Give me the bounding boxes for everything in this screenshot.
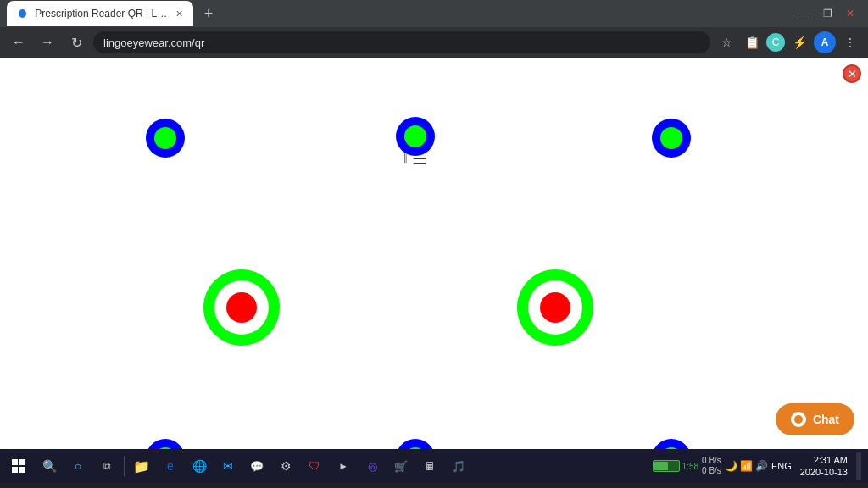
taskbar-edge[interactable]: e bbox=[157, 452, 184, 480]
taskbar-media[interactable]: 🎵 bbox=[445, 452, 472, 480]
qr-marker-center bbox=[660, 447, 682, 449]
taskbar-date: 2020-10-13 bbox=[800, 466, 848, 478]
show-desktop-button[interactable] bbox=[856, 452, 861, 480]
battery-time: 1:58 bbox=[682, 462, 698, 471]
close-button[interactable]: ✕ bbox=[846, 8, 854, 19]
battery-fill bbox=[654, 462, 669, 470]
taskbar-cortana[interactable]: ○ bbox=[64, 452, 92, 480]
qr-marker-bot-left bbox=[146, 439, 185, 449]
taskbar-settings[interactable]: ⚙ bbox=[272, 452, 299, 480]
chat-button[interactable]: Chat bbox=[776, 403, 854, 435]
qr-marker-center bbox=[154, 447, 176, 449]
battery-icon bbox=[653, 460, 680, 472]
qr-marker-top-left bbox=[146, 119, 185, 158]
taskbar-discord[interactable]: ◎ bbox=[359, 452, 386, 480]
qr-marker-center bbox=[660, 127, 682, 149]
bookmark-icon[interactable]: ☆ bbox=[715, 31, 737, 53]
qr-marker-center bbox=[404, 447, 426, 449]
qr-marker-top-right bbox=[652, 119, 691, 158]
minimize-button[interactable]: — bbox=[799, 8, 810, 19]
network-indicator: 0 B/s 0 B/s bbox=[702, 456, 721, 476]
taskbar-search[interactable]: 🔍 bbox=[36, 452, 63, 480]
back-button[interactable]: ← bbox=[7, 30, 31, 54]
qr-target-white-ring bbox=[214, 280, 269, 335]
volume-icon[interactable]: 🔊 bbox=[755, 460, 768, 472]
window-controls: — ❐ ✕ bbox=[799, 8, 861, 19]
collections-icon[interactable]: C bbox=[766, 33, 785, 52]
title-bar: Prescription Reader QR | Liingo ✕ + — ❐ … bbox=[0, 0, 868, 27]
taskbar-separator bbox=[124, 456, 125, 476]
page-content: ✕ ⦀ ☰ Chat bbox=[0, 58, 868, 449]
profile-avatar: A bbox=[814, 31, 836, 53]
tab-favicon bbox=[17, 8, 28, 19]
reload-button[interactable]: ↻ bbox=[64, 30, 88, 54]
taskbar-store[interactable]: 🛒 bbox=[387, 452, 415, 480]
qr-marker-bot-center bbox=[396, 439, 435, 449]
forward-button[interactable]: → bbox=[36, 30, 59, 54]
taskbar-right: 1:58 0 B/s 0 B/s 🌙 📶 🔊 ENG 2:31 AM 2020-… bbox=[653, 452, 865, 480]
address-bar-row: ← → ↻ ☆ 📋 C ⚡ A ⋮ bbox=[0, 27, 868, 58]
network-down: 0 B/s bbox=[702, 466, 721, 476]
qr-target-red-center bbox=[540, 292, 570, 323]
profile-button[interactable]: A bbox=[814, 31, 836, 53]
address-input[interactable] bbox=[93, 31, 710, 53]
qr-marker-top-center bbox=[396, 117, 435, 156]
extensions-icon[interactable]: ⚡ bbox=[788, 31, 810, 53]
qr-marker-bot-right bbox=[652, 439, 691, 449]
tab-title: Prescription Reader QR | Liingo bbox=[35, 8, 169, 19]
taskbar-time: 2:31 AM bbox=[800, 454, 848, 466]
taskbar-task-view[interactable]: ⧉ bbox=[93, 452, 120, 480]
windows-logo-icon bbox=[12, 459, 25, 473]
night-mode-icon[interactable]: 🌙 bbox=[725, 460, 737, 472]
taskbar-terminal[interactable]: ▶ bbox=[330, 452, 357, 480]
reading-list-icon[interactable]: 📋 bbox=[741, 31, 763, 53]
menu-button[interactable]: ⋮ bbox=[839, 31, 861, 53]
taskbar-clock[interactable]: 2:31 AM 2020-10-13 bbox=[795, 454, 853, 479]
qr-target-red-center bbox=[226, 292, 257, 323]
browser-toolbar-icons: ☆ 📋 C ⚡ A ⋮ bbox=[715, 31, 861, 53]
taskbar-slack[interactable]: 💬 bbox=[243, 452, 270, 480]
start-button[interactable] bbox=[3, 451, 34, 481]
taskbar-chrome[interactable]: 🌐 bbox=[186, 452, 213, 480]
taskbar: 🔍 ○ ⧉ 📁 e 🌐 ✉ 💬 ⚙ 🛡 ▶ ◎ 🛒 🖩 🎵 1:58 0 B/s… bbox=[0, 449, 868, 483]
qr-marker-center bbox=[404, 125, 426, 147]
taskbar-file-explorer[interactable]: 📁 bbox=[128, 452, 155, 480]
new-tab-button[interactable]: + bbox=[197, 2, 220, 25]
qr-target-right bbox=[517, 269, 593, 346]
taskbar-antivirus[interactable]: 🛡 bbox=[301, 452, 328, 480]
taskbar-mail[interactable]: ✉ bbox=[214, 452, 242, 480]
chat-button-label: Chat bbox=[813, 413, 839, 426]
qr-target-white-ring bbox=[528, 280, 582, 335]
qr-target-left bbox=[203, 269, 280, 346]
taskbar-calculator[interactable]: 🖩 bbox=[416, 452, 443, 480]
language-indicator: ENG bbox=[771, 461, 792, 471]
restore-button[interactable]: ❐ bbox=[823, 8, 832, 19]
battery-area: 1:58 bbox=[653, 460, 698, 472]
system-icons: 🌙 📶 🔊 bbox=[725, 460, 768, 472]
browser-tab[interactable]: Prescription Reader QR | Liingo ✕ bbox=[7, 1, 193, 26]
chat-bubble-icon bbox=[791, 412, 806, 427]
overlay-close-button[interactable]: ✕ bbox=[843, 64, 861, 83]
tab-close-button[interactable]: ✕ bbox=[175, 8, 183, 19]
wifi-icon[interactable]: 📶 bbox=[740, 460, 753, 472]
network-up: 0 B/s bbox=[702, 456, 721, 466]
qr-marker-center bbox=[154, 127, 176, 149]
